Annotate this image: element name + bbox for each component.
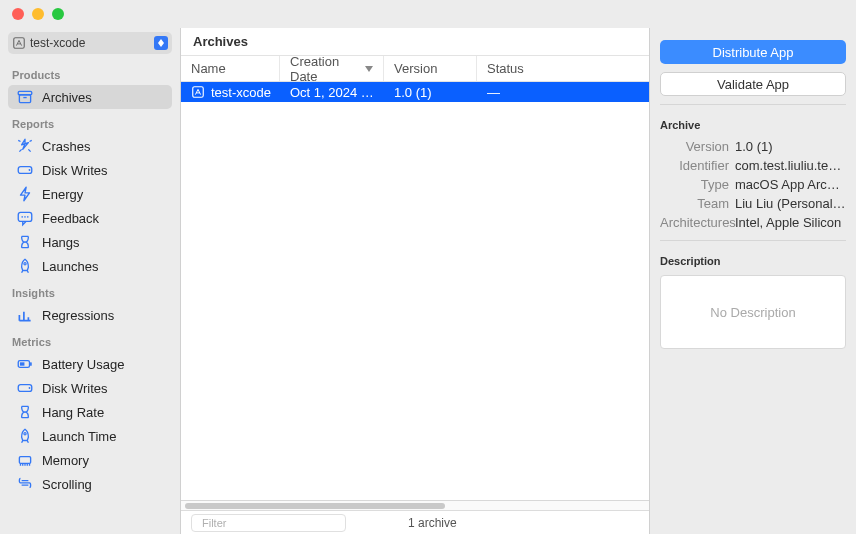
main: test-xcode ProductsArchivesReportsCrashe… — [0, 28, 856, 534]
row-version: 1.0 (1) — [384, 85, 477, 100]
sidebar-item-battery-usage[interactable]: Battery Usage — [8, 352, 172, 376]
kv-key: Team — [660, 196, 735, 211]
battery-icon — [16, 355, 34, 373]
kv-value: Intel, Apple Silicon — [735, 215, 841, 230]
sidebar-item-regressions[interactable]: Regressions — [8, 303, 172, 327]
kv-value: Liu Liu (Personal Team) — [735, 196, 846, 211]
svg-point-9 — [24, 263, 26, 265]
sidebar-item-feedback[interactable]: Feedback — [8, 206, 172, 230]
sidebar-item-disk-writes[interactable]: Disk Writes — [8, 158, 172, 182]
sidebar-item-memory[interactable]: Memory — [8, 448, 172, 472]
distribute-app-button[interactable]: Distribute App — [660, 40, 846, 64]
archive-icon — [16, 88, 34, 106]
sidebar-item-crashes[interactable]: Crashes — [8, 134, 172, 158]
col-version[interactable]: Version — [384, 56, 477, 81]
svg-point-14 — [29, 387, 31, 389]
bolt-icon — [16, 185, 34, 203]
svg-point-7 — [24, 216, 26, 218]
description-empty: No Description — [710, 305, 795, 320]
sidebar-item-label: Hangs — [42, 235, 80, 250]
sidebar-item-energy[interactable]: Energy — [8, 182, 172, 206]
minimize-traffic-light[interactable] — [32, 8, 44, 20]
description-box[interactable]: No Description — [660, 275, 846, 349]
sidebar-item-scrolling[interactable]: Scrolling — [8, 472, 172, 496]
section-head: Products — [0, 60, 180, 85]
sidebar-item-launches[interactable]: Launches — [8, 254, 172, 278]
filter-input[interactable] — [202, 517, 340, 529]
sidebar-item-label: Feedback — [42, 211, 99, 226]
svg-point-15 — [24, 433, 26, 435]
kv-value: com.test.liuliu.test-xc… — [735, 158, 846, 173]
col-name[interactable]: Name — [181, 56, 280, 81]
sidebar-item-hang-rate[interactable]: Hang Rate — [8, 400, 172, 424]
titlebar — [0, 0, 856, 28]
chart-icon — [16, 306, 34, 324]
disk-icon — [16, 161, 34, 179]
kv-team: TeamLiu Liu (Personal Team) — [660, 196, 846, 211]
sidebar-item-label: Memory — [42, 453, 89, 468]
sort-desc-icon — [365, 66, 373, 72]
sidebar-item-label: Disk Writes — [42, 163, 107, 178]
sidebar-item-label: Archives — [42, 90, 92, 105]
sidebar-item-label: Launch Time — [42, 429, 116, 444]
row-name: test-xcode — [211, 85, 271, 100]
sidebar-item-label: Disk Writes — [42, 381, 107, 396]
section-head: Insights — [0, 278, 180, 303]
col-status[interactable]: Status — [477, 56, 649, 81]
memory-icon — [16, 451, 34, 469]
zoom-traffic-light[interactable] — [52, 8, 64, 20]
sidebar: test-xcode ProductsArchivesReportsCrashe… — [0, 28, 180, 534]
svg-point-6 — [21, 216, 23, 218]
svg-point-4 — [29, 169, 31, 171]
sidebar-item-label: Launches — [42, 259, 98, 274]
horizontal-scrollbar[interactable] — [181, 500, 649, 510]
description-section-head: Description — [660, 255, 846, 267]
svg-point-8 — [27, 216, 29, 218]
center-panel: Archives Name Creation Date Version Stat… — [180, 28, 649, 534]
archive-count: 1 archive — [408, 516, 457, 530]
scroll-thumb[interactable] — [185, 503, 445, 509]
sidebar-item-label: Battery Usage — [42, 357, 124, 372]
sidebar-item-launch-time[interactable]: Launch Time — [8, 424, 172, 448]
row-date: Oct 1, 2024 at… — [280, 85, 384, 100]
kv-identifier: Identifiercom.test.liuliu.test-xc… — [660, 158, 846, 173]
sidebar-item-label: Scrolling — [42, 477, 92, 492]
table-body: test-xcodeOct 1, 2024 at…1.0 (1)— — [181, 82, 649, 500]
sidebar-item-disk-writes[interactable]: Disk Writes — [8, 376, 172, 400]
feedback-icon — [16, 209, 34, 227]
right-panel: Distribute App Validate App Archive Vers… — [649, 28, 856, 534]
hourglass-icon — [16, 403, 34, 421]
kv-type: TypemacOS App Archive — [660, 177, 846, 192]
divider — [660, 104, 846, 105]
kv-value: 1.0 (1) — [735, 139, 773, 154]
filter-box[interactable] — [191, 514, 346, 532]
svg-rect-11 — [30, 362, 32, 365]
sidebar-item-hangs[interactable]: Hangs — [8, 230, 172, 254]
validate-app-button[interactable]: Validate App — [660, 72, 846, 96]
sidebar-item-archives[interactable]: Archives — [8, 85, 172, 109]
scroll-icon — [16, 475, 34, 493]
kv-architectures: ArchitecturesIntel, Apple Silicon — [660, 215, 846, 230]
status-bar: 1 archive — [181, 510, 649, 534]
disk-icon — [16, 379, 34, 397]
updown-icon — [154, 36, 168, 50]
launch-icon — [16, 427, 34, 445]
page-title: Archives — [181, 28, 649, 56]
col-creation-date[interactable]: Creation Date — [280, 56, 384, 81]
launch-icon — [16, 257, 34, 275]
svg-rect-2 — [19, 95, 30, 103]
kv-key: Identifier — [660, 158, 735, 173]
table-row[interactable]: test-xcodeOct 1, 2024 at…1.0 (1)— — [181, 82, 649, 102]
svg-rect-12 — [20, 362, 25, 365]
row-status: — — [477, 85, 649, 100]
svg-rect-16 — [19, 457, 30, 464]
sidebar-item-label: Crashes — [42, 139, 90, 154]
project-selector[interactable]: test-xcode — [8, 32, 172, 54]
kv-key: Version — [660, 139, 735, 154]
crash-icon — [16, 137, 34, 155]
section-head: Reports — [0, 109, 180, 134]
close-traffic-light[interactable] — [12, 8, 24, 20]
sidebar-item-label: Regressions — [42, 308, 114, 323]
kv-value: macOS App Archive — [735, 177, 846, 192]
kv-version: Version1.0 (1) — [660, 139, 846, 154]
